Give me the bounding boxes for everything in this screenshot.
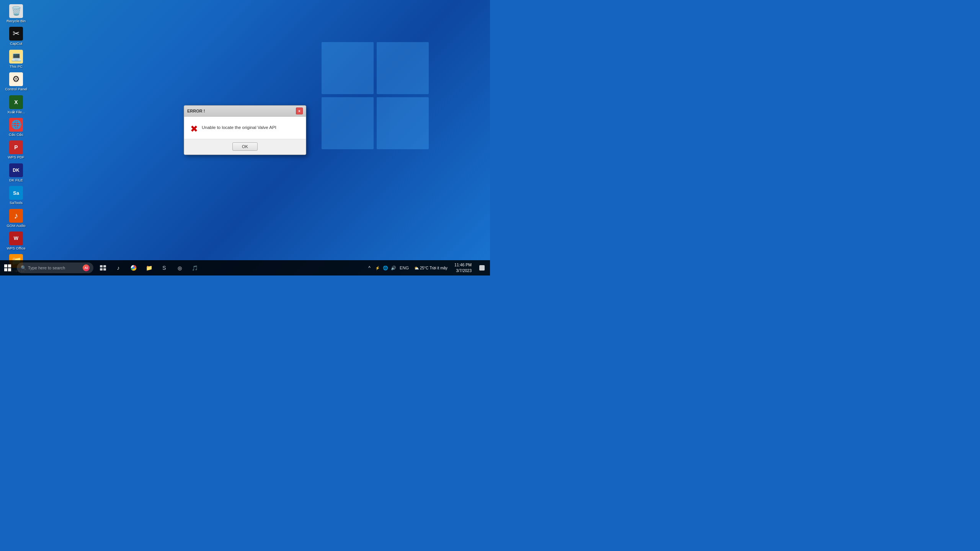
- tray-expand[interactable]: ^: [366, 264, 373, 271]
- dialog-titlebar: ERROR ! ×: [184, 106, 306, 117]
- taskbar-app7[interactable]: 🎵: [188, 260, 202, 276]
- clock-widget[interactable]: 11:46 PM 3/7/2023: [451, 262, 475, 273]
- dialog-title: ERROR !: [187, 109, 205, 113]
- ai-badge: Ai: [83, 264, 90, 271]
- svg-rect-2: [4, 264, 7, 267]
- search-icon: 🔍: [21, 265, 26, 271]
- taskbar-tiktok[interactable]: ♪: [111, 260, 126, 276]
- taskbar-search-box[interactable]: 🔍 Ai: [17, 262, 93, 273]
- svg-rect-7: [103, 265, 106, 267]
- svg-rect-3: [8, 264, 11, 267]
- svg-rect-8: [100, 268, 103, 271]
- system-tray: ^ ⚡ 🌐 🔊 ENG: [366, 264, 410, 271]
- taskbar-task-view[interactable]: [96, 260, 110, 276]
- svg-rect-12: [479, 265, 485, 271]
- language-indicator[interactable]: ENG: [398, 266, 410, 270]
- error-dialog: ERROR ! × ✖ Unable to locate the origina…: [184, 105, 306, 155]
- start-button[interactable]: [0, 260, 15, 276]
- dialog-overlay: ERROR ! × ✖ Unable to locate the origina…: [0, 0, 490, 260]
- svg-rect-5: [8, 268, 11, 271]
- dialog-ok-button[interactable]: OK: [232, 142, 258, 151]
- clock-time: 11:46 PM: [454, 262, 472, 268]
- dialog-message: Unable to locate the original Valve API: [202, 123, 276, 130]
- tray-network[interactable]: 🌐: [382, 264, 389, 271]
- taskbar-running-apps: ♪ 📁 S ◎ 🎵: [96, 260, 202, 276]
- weather-icon: ⛅: [414, 266, 419, 270]
- dialog-footer: OK: [184, 139, 306, 155]
- clock-date: 3/7/2023: [454, 268, 472, 274]
- dialog-body: ✖ Unable to locate the original Valve AP…: [184, 117, 306, 139]
- taskbar-right: ^ ⚡ 🌐 🔊 ENG ⛅ 25°C Trời it mây 11:46 PM …: [366, 260, 490, 276]
- svg-rect-4: [4, 268, 7, 271]
- weather-temp: 25°C: [420, 266, 428, 270]
- svg-rect-6: [100, 265, 103, 267]
- tray-icon1[interactable]: ⚡: [374, 264, 381, 271]
- error-icon: ✖: [190, 124, 198, 134]
- taskbar-chrome-running[interactable]: [126, 260, 141, 276]
- tray-volume[interactable]: 🔊: [390, 264, 397, 271]
- taskbar-file-explorer[interactable]: 📁: [142, 260, 156, 276]
- dialog-close-button[interactable]: ×: [296, 108, 303, 114]
- weather-desc: Trời it mây: [430, 266, 448, 270]
- taskbar-app6[interactable]: ◎: [172, 260, 187, 276]
- weather-widget: ⛅ 25°C Trời it mây: [412, 266, 450, 270]
- search-input[interactable]: [28, 266, 82, 270]
- taskbar: 🔍 Ai ♪: [0, 260, 490, 276]
- svg-rect-9: [103, 268, 106, 271]
- notification-button[interactable]: [476, 260, 488, 276]
- desktop: 🗑️ Recycle Bin ✂ CapCut 💻 This PC ⚙ Cont…: [0, 0, 490, 276]
- taskbar-steam-running[interactable]: S: [157, 260, 172, 276]
